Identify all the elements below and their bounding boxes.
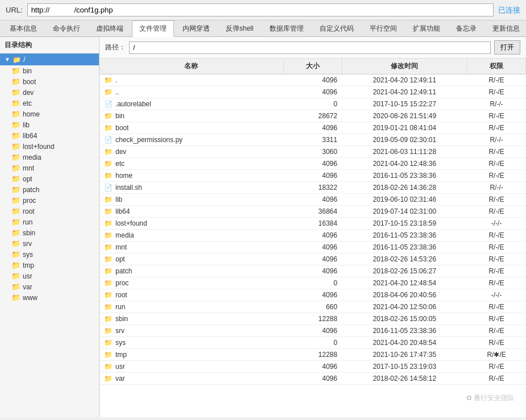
table-row[interactable]: 📁 tmp 12288 2021-10-26 17:47:35 R/✱/E	[100, 349, 526, 361]
path-input[interactable]	[129, 41, 491, 54]
table-row[interactable]: 📁 . 4096 2021-04-20 12:49:11 R/-/E	[100, 74, 526, 86]
sidebar-item[interactable]: 📁 usr	[0, 271, 99, 281]
table-row[interactable]: 📄 .autorelabel 0 2017-10-15 15:22:27 R/-…	[100, 98, 526, 110]
file-perm: R/-/E	[467, 206, 526, 218]
sidebar-item[interactable]: 📁 patch	[0, 184, 99, 195]
file-size: 4096	[283, 253, 342, 265]
table-row[interactable]: 📁 proc 0 2021-04-20 12:48:54 R/-/E	[100, 277, 526, 289]
tab-命令执行[interactable]: 命令执行	[45, 20, 88, 36]
table-row[interactable]: 📁 root 4096 2018-04-06 20:40:56 -/-/-	[100, 289, 526, 301]
sidebar-item[interactable]: 📁 mnt	[0, 163, 99, 173]
sidebar-item[interactable]: 📁 lib64	[0, 130, 99, 141]
table-row[interactable]: 📁 opt 4096 2018-02-26 14:53:26 R/-/E	[100, 253, 526, 265]
tab-内网穿透[interactable]: 内网穿透	[175, 20, 217, 36]
table-row[interactable]: 📁 dev 3060 2021-06-03 11:11:28 R/-/E	[100, 146, 526, 158]
table-row[interactable]: 📁 usr 4096 2017-10-15 23:19:03 R/-/E	[100, 361, 526, 373]
sidebar-item[interactable]: 📁 boot	[0, 76, 99, 87]
tab-数据库管理[interactable]: 数据库管理	[262, 20, 311, 36]
sidebar-item[interactable]: 📁 run	[0, 217, 99, 227]
table-row[interactable]: 📁 .. 4096 2021-04-20 12:49:11 R/-/E	[100, 86, 526, 98]
sidebar-item[interactable]: 📁 bin	[0, 65, 99, 76]
table-row[interactable]: 📁 var 4096 2018-02-26 14:58:12 R/-/E	[100, 373, 526, 385]
sidebar-item-label: home	[23, 110, 40, 118]
table-row[interactable]: 📁 mnt 4096 2016-11-05 23:38:36 R/-/E	[100, 242, 526, 253]
table-row[interactable]: 📁 lib64 36864 2019-07-14 02:31:00 R/-/E	[100, 206, 526, 218]
sidebar-root-item[interactable]: ▼ 📁 /	[0, 53, 99, 65]
folder-icon: 📁	[11, 66, 20, 75]
table-row[interactable]: 📁 patch 4096 2018-02-26 15:06:27 R/-/E	[100, 265, 526, 277]
file-perm: -/-/-	[467, 218, 526, 230]
table-row[interactable]: 📁 home 4096 2016-11-05 23:38:36 R/-/E	[100, 170, 526, 182]
sidebar-item[interactable]: 📁 media	[0, 152, 99, 163]
file-name-cell: 📄 install.sh	[100, 182, 283, 194]
folder-icon: 📁	[104, 315, 113, 323]
tab-文件管理[interactable]: 文件管理	[132, 20, 174, 37]
table-row[interactable]: 📁 lost+found 16384 2017-10-15 23:18:59 -…	[100, 218, 526, 230]
tab-反弹shell[interactable]: 反弹shell	[218, 20, 261, 36]
file-size: 18322	[283, 182, 342, 194]
folder-icon: 📁	[11, 261, 20, 269]
sidebar-item[interactable]: 📁 etc	[0, 98, 99, 109]
folder-icon: 📁	[104, 363, 113, 371]
file-size: 4096	[283, 194, 342, 206]
sidebar-item[interactable]: 📁 proc	[0, 195, 99, 206]
url-input[interactable]	[27, 3, 494, 16]
sidebar-item[interactable]: 📁 tmp	[0, 260, 99, 271]
file-name: sbin	[115, 315, 128, 323]
sidebar-item[interactable]: 📁 srv	[0, 238, 99, 249]
file-size: 660	[283, 301, 342, 313]
table-row[interactable]: 📁 lib 4096 2019-06-10 02:31:46 R/-/E	[100, 194, 526, 206]
tab-自定义代码[interactable]: 自定义代码	[312, 20, 361, 36]
table-row[interactable]: 📁 run 660 2021-04-20 12:50:06 R/-/E	[100, 301, 526, 313]
file-name-cell: 📁 usr	[100, 361, 283, 373]
sidebar-item[interactable]: 📁 lost+found	[0, 141, 99, 152]
file-name-cell: 📁 boot	[100, 122, 283, 134]
table-row[interactable]: 📁 sys 0 2021-04-20 20:48:54 R/-/E	[100, 337, 526, 349]
sidebar-item[interactable]: 📁 sbin	[0, 227, 99, 238]
sidebar-item[interactable]: 📁 root	[0, 206, 99, 217]
sidebar-item[interactable]: 📁 opt	[0, 173, 99, 184]
tab-虚拟终端[interactable]: 虚拟终端	[89, 20, 131, 36]
file-name: mnt	[115, 243, 127, 251]
folder-icon: 📁	[104, 88, 113, 96]
file-name: etc	[115, 160, 125, 168]
file-size: 12288	[283, 349, 342, 361]
file-time: 2017-10-15 23:18:59	[342, 218, 467, 230]
tab-平行空间[interactable]: 平行空间	[362, 20, 404, 36]
folder-icon: 📁	[104, 351, 113, 359]
sidebar-item[interactable]: 📁 home	[0, 109, 99, 119]
tab-扩展功能[interactable]: 扩展功能	[405, 20, 448, 36]
sidebar-item[interactable]: 📁 dev	[0, 87, 99, 98]
tab-备忘录[interactable]: 备忘录	[449, 20, 484, 36]
file-time: 2020-08-26 21:51:49	[342, 110, 467, 122]
open-button[interactable]: 打开	[494, 40, 520, 55]
file-perm: R/-/E	[467, 325, 526, 337]
table-row[interactable]: 📁 boot 4096 2019-01-21 08:41:04 R/-/E	[100, 122, 526, 134]
file-size: 12288	[283, 313, 342, 325]
file-name: boot	[115, 124, 129, 132]
table-row[interactable]: 📁 srv 4096 2016-11-05 23:38:36 R/-/E	[100, 325, 526, 337]
sidebar-item[interactable]: 📁 lib	[0, 119, 99, 130]
tab-基本信息[interactable]: 基本信息	[2, 20, 44, 36]
sidebar-item-label: mnt	[23, 164, 34, 172]
file-perm: R/-/E	[467, 158, 526, 170]
table-row[interactable]: 📁 sbin 12288 2018-02-26 15:00:05 R/-/E	[100, 313, 526, 325]
table-row[interactable]: 📁 media 4096 2016-11-05 23:38:36 R/-/E	[100, 230, 526, 242]
file-table-body: 📁 . 4096 2021-04-20 12:49:11 R/-/E 📁 .. …	[100, 74, 526, 385]
sidebar-item[interactable]: 📁 sys	[0, 249, 99, 260]
tab-更新信息[interactable]: 更新信息	[485, 20, 526, 36]
table-row[interactable]: 📄 install.sh 18322 2018-02-26 14:36:28 R…	[100, 182, 526, 194]
file-time: 2017-10-15 23:19:03	[342, 361, 467, 373]
file-name: dev	[115, 148, 126, 156]
sidebar-root-label: /	[23, 55, 26, 64]
table-row[interactable]: 📁 bin 28672 2020-08-26 21:51:49 R/-/E	[100, 110, 526, 122]
folder-icon: 📁	[11, 120, 20, 129]
sidebar-item[interactable]: 📁 www	[0, 292, 99, 303]
file-size: 4096	[283, 74, 342, 86]
folder-icon: 📁	[11, 293, 20, 302]
file-size: 3060	[283, 146, 342, 158]
table-row[interactable]: 📁 etc 4096 2021-04-20 12:48:36 R/-/E	[100, 158, 526, 170]
folder-icon: 📁	[11, 142, 20, 151]
table-row[interactable]: 📄 check_permissions.py 3311 2019-05-09 0…	[100, 134, 526, 146]
sidebar-item[interactable]: 📁 var	[0, 281, 99, 292]
